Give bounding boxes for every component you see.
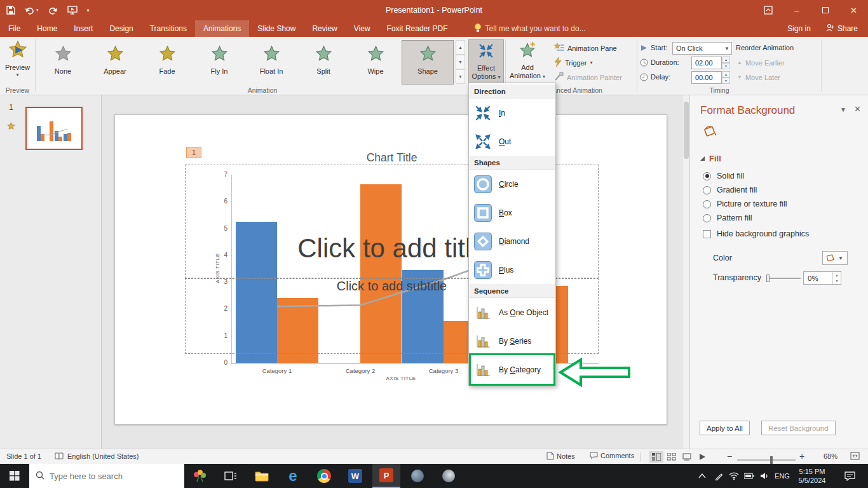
task-view-button[interactable]	[217, 464, 245, 488]
tray-chevron-up-icon[interactable]	[695, 464, 709, 488]
zoom-slider-thumb[interactable]	[770, 456, 773, 464]
menu-item-out[interactable]: Out	[469, 127, 555, 156]
powerpoint-icon[interactable]: P	[372, 464, 400, 488]
zoom-level[interactable]: 68%	[824, 452, 837, 460]
taskbar-search[interactable]	[29, 464, 184, 488]
tab-home[interactable]: Home	[29, 20, 65, 37]
tray-wifi-icon[interactable]	[727, 464, 741, 488]
trigger-button[interactable]: Trigger ▾	[552, 56, 595, 69]
gallery-scroll-down-button[interactable]: ▼	[456, 55, 465, 69]
start-select[interactable]: On Click ▼	[672, 42, 732, 55]
customize-qat-button[interactable]: ▾	[87, 8, 90, 13]
reset-background-button[interactable]: Reset Background	[761, 421, 836, 435]
tab-insert[interactable]: Insert	[65, 20, 101, 37]
fill-option-picture-or-texture-fill[interactable]: Picture or texture fill	[703, 197, 787, 211]
maximize-button[interactable]	[811, 0, 839, 20]
minimize-button[interactable]: –	[782, 0, 811, 20]
taskbar-app-icon-8[interactable]	[403, 464, 431, 488]
normal-view-button[interactable]	[649, 451, 663, 463]
action-center-icon[interactable]	[839, 464, 860, 488]
preview-button[interactable]: Preview ▾	[1, 40, 34, 78]
share-button[interactable]: Share	[821, 20, 868, 37]
tab-animations[interactable]: Animations	[195, 20, 249, 37]
tell-me-box[interactable]: Tell me what you want to do...	[474, 20, 586, 37]
move-later-button[interactable]: ▼ Move Later	[735, 71, 783, 84]
tray-battery-icon[interactable]	[742, 464, 756, 488]
delay-stepper[interactable]: ▲▼	[722, 71, 730, 84]
tab-slide-show[interactable]: Slide Show	[249, 20, 304, 37]
transparency-slider[interactable]	[766, 278, 801, 279]
animation-painter-button[interactable]: Animation Painter	[552, 71, 625, 84]
menu-item-diamond[interactable]: Diamond	[469, 227, 555, 255]
comments-button[interactable]: Comments	[590, 452, 634, 459]
zoom-out-button[interactable]: −	[727, 451, 732, 461]
animation-effect-fade[interactable]: Fade	[141, 40, 193, 85]
tab-review[interactable]: Review	[304, 20, 345, 37]
edge-icon[interactable]: e	[279, 464, 307, 488]
fill-section-header[interactable]: Fill	[700, 154, 721, 163]
tray-volume-icon[interactable]	[757, 464, 771, 488]
animation-order-badge[interactable]: 1	[186, 147, 201, 158]
zoom-slider[interactable]	[737, 459, 796, 461]
menu-item-in[interactable]: In	[469, 98, 555, 127]
animation-effect-appear[interactable]: Appear	[89, 40, 141, 85]
menu-item-box[interactable]: Box	[469, 198, 555, 227]
word-icon[interactable]: W	[341, 464, 369, 488]
add-animation-button[interactable]: Add Animation ▾	[508, 39, 547, 86]
reading-view-button[interactable]	[680, 451, 694, 463]
slide-thumbnail[interactable]	[25, 107, 83, 150]
animation-effect-float-in[interactable]: Float In	[245, 40, 297, 85]
fill-option-solid-fill[interactable]: Solid fill	[703, 169, 787, 183]
taskbar-app-icon-9[interactable]	[435, 464, 463, 488]
duration-stepper[interactable]: ▲▼	[722, 57, 730, 69]
paint-bucket-icon[interactable]	[702, 123, 718, 140]
taskbar-clock[interactable]: 5:15 PM 5/5/2024	[792, 467, 832, 485]
tray-pen-icon[interactable]	[712, 464, 726, 488]
animation-pane-button[interactable]: Animation Pane	[552, 41, 620, 55]
duration-input[interactable]: 02.00	[691, 57, 722, 69]
color-picker-button[interactable]: ▼	[822, 251, 848, 265]
tab-foxit-reader-pdf[interactable]: Foxit Reader PDF	[379, 20, 456, 37]
transparency-input[interactable]: 0% ▲▼	[803, 271, 841, 285]
menu-item-by-series[interactable]: By Series	[469, 327, 555, 355]
delay-input[interactable]: 00.00	[691, 71, 722, 84]
tab-transitions[interactable]: Transitions	[142, 20, 195, 37]
tab-file[interactable]: File	[0, 20, 29, 37]
gallery-more-button[interactable]: ▼	[456, 69, 465, 84]
file-explorer-icon[interactable]	[248, 464, 276, 488]
notes-button[interactable]: Notes	[546, 452, 575, 460]
zoom-in-button[interactable]: +	[799, 451, 804, 461]
scrollbar-thumb[interactable]	[684, 102, 689, 159]
effect-options-button[interactable]: Effect Options ▾	[468, 39, 504, 86]
menu-item-plus[interactable]: Plus	[469, 255, 555, 284]
spell-check-icon[interactable]	[55, 452, 64, 461]
start-slideshow-button[interactable]	[67, 6, 78, 15]
transparency-stepper[interactable]: ▲▼	[832, 272, 841, 284]
animation-effect-shape[interactable]: Shape	[402, 40, 454, 85]
language-indicator[interactable]: English (United States)	[67, 452, 139, 460]
chart-line-series-3[interactable]	[33, 121, 76, 141]
animation-indicator-star[interactable]	[7, 122, 15, 132]
fill-option-pattern-fill[interactable]: Pattern fill	[703, 211, 787, 225]
ribbon-display-options-button[interactable]	[754, 0, 782, 20]
save-button[interactable]	[6, 6, 15, 15]
menu-item-circle[interactable]: Circle	[469, 170, 555, 198]
move-earlier-button[interactable]: ▲ Move Earlier	[735, 56, 787, 69]
slideshow-view-button[interactable]	[695, 451, 709, 463]
menu-item-as-one-object[interactable]: As One Object	[469, 298, 555, 327]
undo-button[interactable]: ▾	[25, 6, 39, 15]
apply-to-all-button[interactable]: Apply to All	[700, 421, 750, 435]
repeat-button[interactable]	[48, 6, 58, 15]
language-button[interactable]: ENG	[773, 464, 792, 488]
close-button[interactable]: ✕	[839, 0, 868, 20]
slider-thumb[interactable]	[766, 274, 770, 282]
chrome-icon[interactable]	[310, 464, 338, 488]
fill-option-gradient-fill[interactable]: Gradient fill	[703, 183, 787, 197]
editor-scrollbar[interactable]	[682, 95, 689, 449]
tab-view[interactable]: View	[346, 20, 379, 37]
gallery-scroll-up-button[interactable]: ▲	[456, 40, 465, 55]
fit-to-window-button[interactable]	[850, 452, 860, 460]
animation-effect-split[interactable]: Split	[297, 40, 349, 85]
taskbar-search-input[interactable]	[50, 471, 170, 481]
start-button[interactable]	[0, 464, 29, 488]
